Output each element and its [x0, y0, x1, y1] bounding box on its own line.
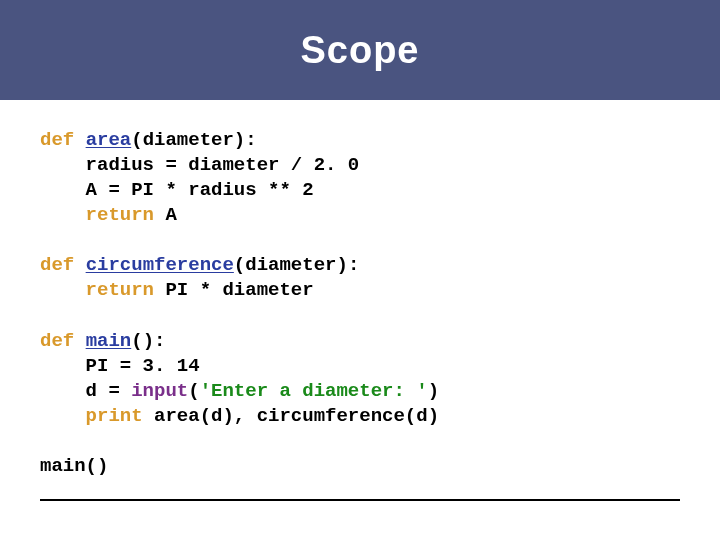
- code-line: main(): [40, 455, 108, 477]
- slide-content: def area(diameter): radius = diameter / …: [0, 100, 720, 489]
- code-text: d =: [40, 380, 131, 402]
- code-text: ():: [131, 330, 165, 352]
- code-line: PI = 3. 14: [40, 355, 200, 377]
- keyword-return: return: [40, 279, 154, 301]
- string-literal: 'Enter a diameter: ': [200, 380, 428, 402]
- divider: [40, 499, 680, 501]
- slide-title: Scope: [300, 29, 419, 72]
- code-block: def area(diameter): radius = diameter / …: [40, 128, 680, 479]
- slide-header: Scope: [0, 0, 720, 100]
- keyword-def: def: [40, 254, 74, 276]
- code-text: ): [428, 380, 439, 402]
- code-text: (diameter):: [131, 129, 256, 151]
- builtin-input: input: [131, 380, 188, 402]
- code-text: A: [154, 204, 177, 226]
- function-name-area: area: [86, 129, 132, 151]
- code-text: (diameter):: [234, 254, 359, 276]
- code-line: radius = diameter / 2. 0: [40, 154, 359, 176]
- code-text: PI * diameter: [154, 279, 314, 301]
- function-name-main: main: [86, 330, 132, 352]
- keyword-def: def: [40, 129, 74, 151]
- keyword-def: def: [40, 330, 74, 352]
- code-text: area(d), circumference(d): [143, 405, 439, 427]
- keyword-return: return: [40, 204, 154, 226]
- code-line: A = PI * radius ** 2: [40, 179, 314, 201]
- keyword-print: print: [40, 405, 143, 427]
- code-text: (: [188, 380, 199, 402]
- function-name-circumference: circumference: [86, 254, 234, 276]
